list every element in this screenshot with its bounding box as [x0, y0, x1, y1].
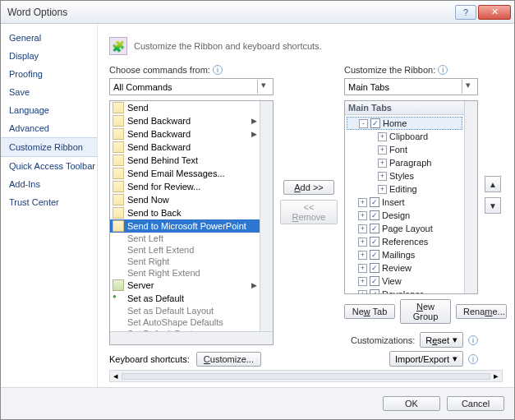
- help-button[interactable]: ?: [455, 5, 476, 20]
- page-heading: 🧩 Customize the Ribbon and keyboard shor…: [109, 37, 503, 55]
- command-item[interactable]: ●Set as Default: [110, 292, 260, 305]
- sidebar-item-advanced[interactable]: Advanced: [1, 119, 97, 137]
- help-icon[interactable]: i: [213, 65, 223, 75]
- sidebar-item-customize-ribbon[interactable]: Customize Ribbon: [1, 137, 97, 157]
- command-item[interactable]: Send Backward▶: [110, 127, 260, 141]
- command-item[interactable]: Send for Review...: [110, 180, 260, 193]
- command-item[interactable]: Send Email Messages...: [110, 167, 260, 180]
- expander-icon[interactable]: +: [358, 277, 367, 286]
- tree-node[interactable]: +✓Developer: [347, 288, 462, 293]
- tree-node[interactable]: +Font: [347, 143, 462, 156]
- dialog-scrollbar-horizontal[interactable]: ◂ ▸: [109, 370, 503, 382]
- scrollbar-horizontal[interactable]: [110, 331, 273, 344]
- expander-icon[interactable]: +: [358, 198, 367, 207]
- command-label: Sent Right Extend: [127, 268, 200, 278]
- command-item[interactable]: Send Backward▶: [110, 114, 260, 127]
- new-tab-button[interactable]: New Tab: [344, 304, 395, 319]
- command-item[interactable]: Sent Left: [110, 233, 260, 244]
- move-up-button[interactable]: ▲: [485, 176, 501, 192]
- help-icon[interactable]: i: [438, 65, 448, 75]
- tree-node-label: Insert: [382, 197, 405, 207]
- tree-node[interactable]: +✓Insert: [347, 196, 462, 209]
- tree-node-label: Developer: [382, 289, 423, 293]
- scrollbar-vertical[interactable]: [260, 101, 273, 331]
- tree-node[interactable]: +✓References: [347, 235, 462, 248]
- expander-icon[interactable]: +: [358, 211, 367, 220]
- command-item[interactable]: Set AutoShape Defaults: [110, 316, 260, 328]
- sidebar-item-quick-access-toolbar[interactable]: Quick Access Toolbar: [1, 157, 97, 175]
- tree-node[interactable]: +✓Review: [347, 261, 462, 275]
- tree-node-label: Paragraph: [389, 158, 431, 168]
- expander-icon[interactable]: +: [358, 251, 367, 260]
- tree-node[interactable]: +Editing: [347, 182, 462, 196]
- tree-node[interactable]: +Paragraph: [347, 156, 462, 169]
- sidebar-item-language[interactable]: Language: [1, 101, 97, 119]
- choose-commands-combo[interactable]: All Commands ▾: [109, 78, 274, 95]
- command-item[interactable]: Send to Microsoft PowerPoint: [110, 219, 260, 233]
- ribbon-tree[interactable]: Main Tabs -✓Home+Clipboard+Font+Paragrap…: [344, 100, 478, 294]
- sidebar-item-trust-center[interactable]: Trust Center: [1, 193, 97, 211]
- expander-icon[interactable]: +: [378, 159, 387, 168]
- tree-node[interactable]: +✓Design: [347, 209, 462, 222]
- tree-node[interactable]: +✓Mailings: [347, 248, 462, 261]
- sidebar-item-proofing[interactable]: Proofing: [1, 65, 97, 83]
- reset-button[interactable]: Reset▾: [420, 332, 463, 348]
- import-export-button[interactable]: Import/Export▾: [389, 351, 463, 367]
- command-icon: [113, 207, 124, 219]
- checkbox[interactable]: ✓: [370, 197, 379, 207]
- checkbox[interactable]: ✓: [370, 224, 379, 233]
- sidebar-item-general[interactable]: General: [1, 29, 97, 47]
- command-icon: [113, 181, 124, 192]
- command-item[interactable]: Send: [110, 101, 260, 114]
- expander-icon[interactable]: +: [378, 172, 387, 181]
- command-item[interactable]: Sent Right Extend: [110, 267, 260, 279]
- remove-button[interactable]: << Remove: [280, 200, 338, 224]
- expander-icon[interactable]: +: [358, 224, 367, 233]
- help-icon[interactable]: i: [468, 354, 478, 364]
- customize-keyboard-button[interactable]: Customize...: [196, 352, 261, 367]
- tree-node[interactable]: +Styles: [347, 169, 462, 182]
- kb-btn-rest: ustomize...: [210, 354, 254, 364]
- checkbox[interactable]: ✓: [370, 289, 379, 293]
- command-item[interactable]: Set as Default Layout: [110, 305, 260, 316]
- checkbox[interactable]: ✓: [370, 210, 379, 220]
- close-button[interactable]: ✕: [478, 5, 511, 20]
- command-item[interactable]: Sent Left Extend: [110, 244, 260, 256]
- command-item[interactable]: Sent Right: [110, 256, 260, 267]
- expander-icon[interactable]: +: [358, 264, 367, 273]
- checkbox[interactable]: ✓: [370, 250, 379, 260]
- sidebar-item-save[interactable]: Save: [1, 83, 97, 101]
- scrollbar-vertical[interactable]: [464, 101, 477, 293]
- tree-node[interactable]: -✓Home: [347, 117, 462, 130]
- checkbox[interactable]: ✓: [370, 276, 379, 286]
- command-item[interactable]: Send Backward: [110, 141, 260, 154]
- checkbox[interactable]: ✓: [370, 263, 379, 273]
- sidebar-item-display[interactable]: Display: [1, 47, 97, 65]
- expander-icon[interactable]: +: [378, 185, 387, 194]
- checkbox[interactable]: ✓: [370, 118, 380, 128]
- add-button[interactable]: Add >>: [283, 180, 334, 195]
- expander-icon[interactable]: +: [378, 145, 387, 155]
- tree-node[interactable]: +✓Page Layout: [347, 222, 462, 235]
- cancel-button[interactable]: Cancel: [447, 396, 504, 411]
- command-item[interactable]: Send Now: [110, 193, 260, 206]
- expander-icon[interactable]: +: [358, 238, 367, 247]
- sidebar-item-add-ins[interactable]: Add-Ins: [1, 175, 97, 193]
- checkbox[interactable]: ✓: [370, 237, 379, 247]
- command-label: Sent Left Extend: [127, 245, 194, 255]
- tree-node[interactable]: +✓View: [347, 275, 462, 288]
- customize-ribbon-combo[interactable]: Main Tabs ▾: [344, 78, 478, 95]
- expander-icon[interactable]: -: [359, 119, 368, 128]
- expander-icon[interactable]: +: [378, 132, 387, 141]
- ok-button[interactable]: OK: [383, 396, 440, 411]
- new-group-button[interactable]: New Group: [400, 299, 451, 324]
- tree-node[interactable]: +Clipboard: [347, 130, 462, 143]
- expander-icon[interactable]: +: [358, 290, 367, 294]
- commands-listbox[interactable]: SendSend Backward▶Send Backward▶Send Bac…: [109, 100, 274, 345]
- help-icon[interactable]: i: [468, 335, 478, 345]
- command-item[interactable]: Server▶: [110, 279, 260, 292]
- command-item[interactable]: Send to Back: [110, 206, 260, 219]
- move-down-button[interactable]: ▼: [485, 197, 501, 214]
- command-label: Set as Default: [127, 293, 184, 303]
- command-item[interactable]: Send Behind Text: [110, 154, 260, 167]
